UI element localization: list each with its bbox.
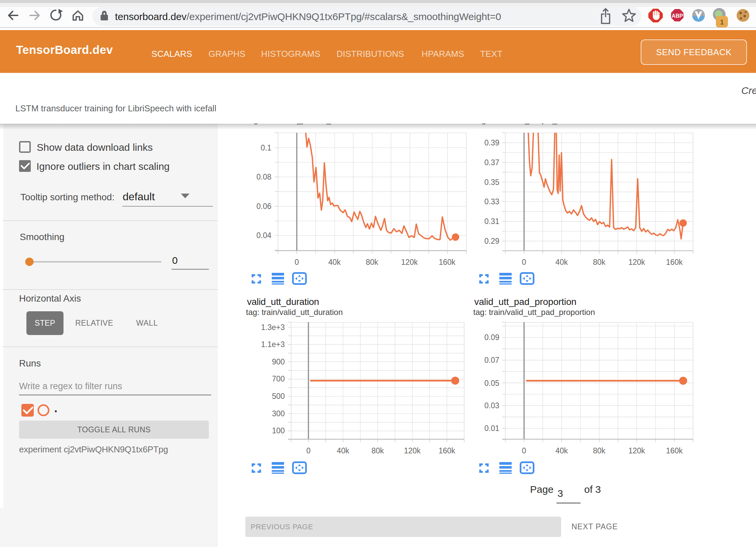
- svg-text:1: 1: [720, 18, 724, 26]
- svg-text:ABP: ABP: [672, 13, 683, 19]
